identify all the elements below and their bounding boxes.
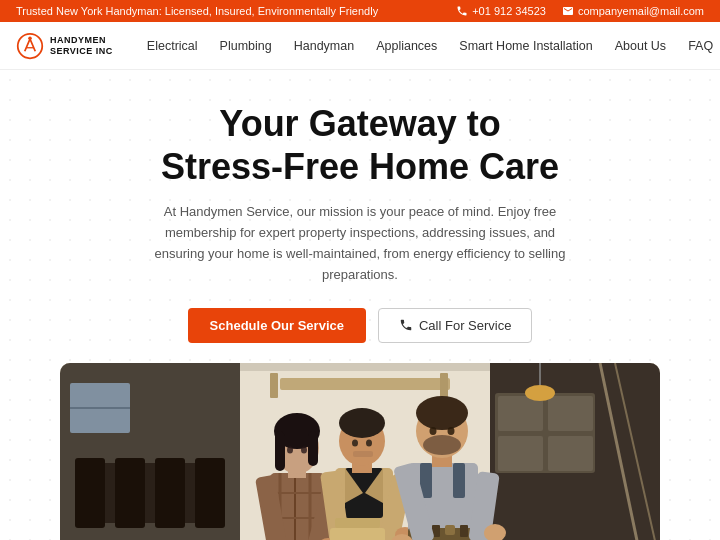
svg-rect-7 [75,458,105,528]
hero-title: Your Gateway to Stress-Free Home Care [161,102,559,188]
hero-section: Your Gateway to Stress-Free Home Care At… [0,70,720,540]
logo-text: HANDYMEN SERVICE INC [50,35,113,57]
svg-rect-25 [240,363,490,371]
schedule-service-button[interactable]: Schedule Our Service [188,308,366,343]
hero-scene-svg [60,363,660,540]
svg-rect-9 [155,458,185,528]
nav-item-plumbing[interactable]: Plumbing [210,33,282,59]
svg-rect-10 [195,458,225,528]
nav-item-electrical[interactable]: Electrical [137,33,208,59]
svg-point-41 [287,446,293,453]
svg-rect-27 [270,373,278,398]
phone-contact: +01 912 34523 [456,5,546,17]
nav-item-handyman[interactable]: Handyman [284,33,364,59]
svg-rect-8 [115,458,145,528]
svg-point-80 [448,427,455,435]
call-service-button[interactable]: Call For Service [378,308,532,343]
svg-rect-61 [330,528,385,540]
navbar: HANDYMEN SERVICE INC Electrical Plumbing… [0,22,720,70]
svg-rect-73 [445,525,455,535]
logo[interactable]: HANDYMEN SERVICE INC [16,32,113,60]
phone-number: +01 912 34523 [472,5,546,17]
announcement-bar: Trusted New York Handyman: Licensed, Ins… [0,0,720,22]
svg-rect-74 [460,525,468,537]
email-icon [562,5,574,17]
svg-rect-19 [548,436,593,471]
hero-buttons: Schedule Our Service Call For Service [188,308,533,343]
logo-icon [16,32,44,60]
nav-item-appliances[interactable]: Appliances [366,33,447,59]
email-contact: companyemail@mail.com [562,5,704,17]
svg-point-1 [28,36,32,40]
nav-item-smart-home[interactable]: Smart Home Installation [449,33,602,59]
call-icon [399,318,413,332]
svg-rect-56 [353,451,373,457]
hero-image [60,363,660,540]
svg-rect-16 [498,396,543,431]
svg-point-79 [430,427,437,435]
email-address: companyemail@mail.com [578,5,704,17]
svg-rect-39 [275,431,285,471]
nav-links: Electrical Plumbing Handyman Appliances … [137,33,720,59]
hero-subtitle: At Handymen Service, our mission is your… [150,202,570,285]
contact-info: +01 912 34523 companyemail@mail.com [456,5,704,17]
svg-rect-62 [335,518,380,528]
svg-rect-17 [548,396,593,431]
svg-point-78 [423,435,461,455]
announcement-text: Trusted New York Handyman: Licensed, Ins… [16,5,378,17]
logo-svg [16,32,44,60]
svg-rect-18 [498,436,543,471]
svg-point-53 [339,408,385,438]
svg-point-42 [301,446,307,453]
svg-rect-40 [308,431,318,466]
announcement-text-container: Trusted New York Handyman: Licensed, Ins… [16,5,378,17]
svg-point-55 [366,439,372,446]
svg-rect-69 [453,463,465,498]
svg-point-54 [352,439,358,446]
svg-point-77 [416,396,468,430]
svg-rect-28 [440,373,448,398]
nav-item-faq[interactable]: FAQ [678,33,720,59]
nav-item-about[interactable]: About Us [605,33,676,59]
phone-icon [456,5,468,17]
svg-rect-26 [280,378,450,390]
svg-point-23 [525,385,555,401]
